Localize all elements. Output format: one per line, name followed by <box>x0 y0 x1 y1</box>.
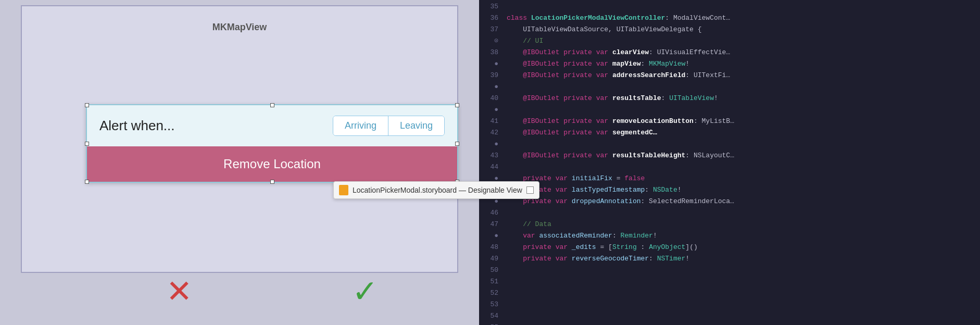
ln-39: ● 39 <box>483 58 498 81</box>
code-line-56: private var _edits = [String : AnyObject… <box>507 242 980 253</box>
ln-35: 35 <box>483 1 498 12</box>
alert-panel: Alert when... Arriving Leaving Remove Lo… <box>86 104 458 183</box>
code-line-49 <box>507 161 980 173</box>
code-line-45: @IBOutlet private var removeLocationButt… <box>507 116 980 127</box>
code-line-37: UITableViewDataSource, UITableViewDelega… <box>507 24 980 35</box>
remove-location-button[interactable]: Remove Location <box>87 146 457 182</box>
bottom-area: ✕ ✓ <box>86 273 458 309</box>
code-line-50: private var initialFix = false <box>507 173 980 184</box>
code-line-38: // UI <box>507 35 980 47</box>
ln-51: 51 <box>483 276 498 288</box>
handle-ml[interactable] <box>85 142 89 146</box>
storyboard-file-icon <box>339 185 348 195</box>
ln-49: 49 <box>483 253 498 265</box>
code-line-53 <box>507 207 980 219</box>
code-line-35 <box>507 1 980 12</box>
code-line-54: // Data <box>507 219 980 230</box>
ln-38: ⊙ 38 <box>483 35 498 58</box>
segmented-control[interactable]: Arriving Leaving <box>333 116 445 136</box>
ln-41: ● 41 <box>483 104 498 127</box>
code-line-52: private var droppedAnnotation: SelectedR… <box>507 196 980 207</box>
code-editor-panel: 35 36 37 ⊙ 38 ● 39 ● 40 ● 41 42 ● 43 44 … <box>479 0 980 325</box>
code-line-44 <box>507 104 980 116</box>
handle-tr[interactable] <box>455 103 459 107</box>
ln-54: 54 <box>483 310 498 322</box>
ln-43: ● 43 <box>483 139 498 161</box>
handle-tm[interactable] <box>270 103 274 107</box>
code-line-46: @IBOutlet private var segmentedC… <box>507 127 980 139</box>
code-line-42 <box>507 81 980 93</box>
designable-tooltip: LocationPickerModal.storyboard — Designa… <box>333 181 539 199</box>
handle-tl[interactable] <box>85 103 89 107</box>
code-line-51: private var lastTypedTimestamp: NSDate! <box>507 184 980 196</box>
ln-48: ● 48 <box>483 230 498 253</box>
code-content: 35 36 37 ⊙ 38 ● 39 ● 40 ● 41 42 ● 43 44 … <box>479 0 980 325</box>
designable-label: LocationPickerModal.storyboard — Designa… <box>353 186 522 194</box>
designable-checkbox[interactable] <box>526 186 534 194</box>
leaving-button[interactable]: Leaving <box>388 116 444 135</box>
ln-46: ● 46 <box>483 196 498 219</box>
code-line-39: @IBOutlet private var clearView: UIVisua… <box>507 47 980 58</box>
ln-44: 44 <box>483 161 498 173</box>
line-numbers: 35 36 37 ⊙ 38 ● 39 ● 40 ● 41 42 ● 43 44 … <box>479 0 502 325</box>
ln-50: 50 <box>483 265 498 276</box>
handle-bl[interactable] <box>85 180 89 184</box>
ln-36: 36 <box>483 12 498 24</box>
code-line-48: @IBOutlet private var resultsTableHeight… <box>507 150 980 161</box>
ln-53: 53 <box>483 299 498 310</box>
handle-bm[interactable] <box>270 180 274 184</box>
canvas-panel: MKMapView Alert when... Arriving Leaving… <box>0 0 479 325</box>
map-view-label: MKMapView <box>212 22 267 33</box>
ln-55: 55 <box>483 322 498 325</box>
code-area: class LocationPickerModalViewController:… <box>502 0 980 325</box>
ln-40: ● 40 <box>483 81 498 104</box>
code-line-40: @IBOutlet private var mapView: MKMapView… <box>507 58 980 70</box>
arriving-button[interactable]: Arriving <box>333 116 388 135</box>
code-line-57: private var reverseGeocodeTimer: NSTimer… <box>507 253 980 265</box>
handle-mr[interactable] <box>455 142 459 146</box>
ln-52: 52 <box>483 288 498 299</box>
ln-42: 42 <box>483 127 498 139</box>
alert-when-text: Alert when... <box>99 118 175 134</box>
code-line-47 <box>507 139 980 150</box>
code-line-43: @IBOutlet private var resultsTable: UITa… <box>507 93 980 104</box>
ln-37: 37 <box>483 24 498 35</box>
code-line-41: @IBOutlet private var addressSearchField… <box>507 70 980 81</box>
code-line-36: class LocationPickerModalViewController:… <box>507 12 980 24</box>
code-line-55: var associatedReminder: Reminder! <box>507 230 980 242</box>
alert-top-row: Alert when... Arriving Leaving <box>87 105 457 146</box>
x-mark: ✕ <box>166 273 192 309</box>
ln-47: 47 <box>483 219 498 230</box>
check-mark: ✓ <box>352 273 378 309</box>
